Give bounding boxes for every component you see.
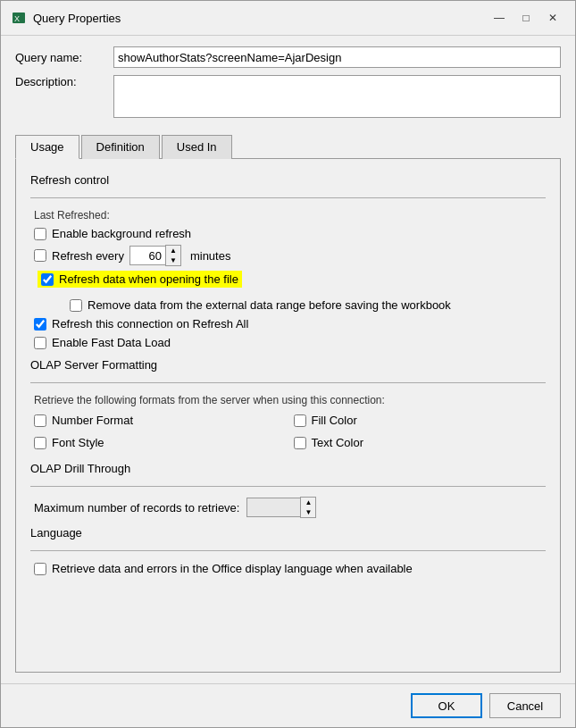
refresh-on-open-label[interactable]: Refresh data when opening the file	[59, 272, 238, 286]
refresh-every-spinbox: ▲ ▼	[129, 246, 181, 265]
title-bar-buttons: — □ ✕	[488, 8, 564, 28]
retrieve-language-row: Retrieve data and errors in the Office d…	[34, 562, 546, 575]
olap-drill-title: OLAP Drill Through	[30, 462, 546, 475]
window-title: Query Properties	[33, 12, 121, 25]
refresh-on-open-checkbox[interactable]	[41, 273, 54, 286]
tab-used-in-label: Used In	[177, 140, 217, 154]
tab-used-in[interactable]: Used In	[162, 135, 232, 159]
olap-server-title: OLAP Server Formatting	[30, 358, 546, 372]
max-records-input[interactable]	[246, 498, 300, 517]
tab-bar: Usage Definition Used In	[15, 134, 561, 159]
separator-refresh	[30, 197, 546, 198]
refresh-every-input[interactable]	[129, 246, 165, 265]
olap-drill-section: OLAP Drill Through Maximum number of rec…	[30, 462, 546, 517]
fill-color-label[interactable]: Fill Color	[312, 414, 357, 427]
remove-data-label[interactable]: Remove data from the external data range…	[88, 298, 451, 312]
enable-fast-data-load-checkbox[interactable]	[34, 337, 46, 349]
olap-checkbox-grid: Number Format Fill Color Font Style Text…	[34, 414, 546, 455]
enable-bg-refresh-label[interactable]: Enable background refresh	[52, 227, 191, 240]
dialog-body: Query name: Description: Usage Definitio…	[1, 36, 575, 683]
remove-data-checkbox[interactable]	[70, 299, 82, 312]
enable-fast-data-load-row: Enable Fast Data Load	[34, 336, 546, 349]
query-name-input[interactable]	[113, 46, 561, 68]
refresh-on-refresh-all-checkbox[interactable]	[34, 318, 46, 331]
retrieve-text: Retrieve the following formats from the …	[34, 394, 546, 406]
language-title: Language	[30, 526, 546, 540]
enable-fast-data-load-label[interactable]: Enable Fast Data Load	[52, 336, 171, 349]
enable-bg-refresh-row: Enable background refresh	[34, 227, 546, 240]
title-bar: X Query Properties — □ ✕	[1, 1, 575, 36]
tab-definition-label: Definition	[96, 140, 145, 154]
separator-olap	[30, 382, 546, 383]
maximize-button[interactable]: □	[514, 8, 538, 28]
max-records-up-button[interactable]: ▲	[301, 498, 315, 507]
fill-color-checkbox[interactable]	[294, 414, 306, 427]
cancel-button[interactable]: Cancel	[489, 693, 561, 718]
description-input[interactable]	[113, 75, 561, 118]
query-name-label: Query name:	[15, 51, 113, 64]
title-bar-left: X Query Properties	[12, 11, 121, 25]
separator-language	[30, 550, 546, 551]
enable-bg-refresh-checkbox[interactable]	[34, 228, 46, 240]
tab-definition[interactable]: Definition	[81, 135, 160, 159]
refresh-control-title: Refresh control	[30, 173, 546, 187]
minimize-button[interactable]: —	[488, 8, 511, 28]
tab-usage[interactable]: Usage	[15, 135, 79, 159]
separator-drill	[30, 486, 546, 487]
refresh-every-checkbox[interactable]	[34, 249, 46, 262]
language-section: Language Retrieve data and errors in the…	[30, 526, 546, 575]
retrieve-language-label[interactable]: Retrieve data and errors in the Office d…	[52, 562, 413, 575]
dialog-footer: OK Cancel	[1, 683, 575, 727]
number-format-row: Number Format	[34, 414, 287, 427]
svg-text:X: X	[14, 14, 20, 23]
last-refreshed-label: Last Refreshed:	[34, 209, 546, 222]
max-records-spinbox: ▲ ▼	[246, 498, 316, 517]
olap-server-section: OLAP Server Formatting Retrieve the foll…	[30, 358, 546, 455]
close-button[interactable]: ✕	[541, 8, 564, 28]
max-records-row: Maximum number of records to retrieve: ▲…	[34, 498, 546, 517]
text-color-row: Text Color	[294, 436, 547, 449]
font-style-row: Font Style	[34, 436, 287, 449]
query-properties-dialog: X Query Properties — □ ✕ Query name: Des…	[0, 0, 576, 728]
text-color-checkbox[interactable]	[294, 437, 306, 449]
refresh-on-refresh-all-row: Refresh this connection on Refresh All	[34, 317, 546, 331]
refresh-every-row: Refresh every ▲ ▼ minutes	[34, 246, 546, 265]
spinbox-down-button[interactable]: ▼	[166, 255, 180, 265]
refresh-on-open-highlight: Refresh data when opening the file	[38, 271, 242, 288]
spinbox-buttons: ▲ ▼	[165, 245, 181, 266]
description-label: Description:	[15, 75, 113, 88]
font-style-checkbox[interactable]	[34, 437, 46, 449]
minutes-label: minutes	[190, 249, 231, 263]
refresh-on-refresh-all-label[interactable]: Refresh this connection on Refresh All	[52, 317, 248, 331]
tab-content-usage: Refresh control Last Refreshed: Enable b…	[15, 159, 561, 673]
refresh-on-open-row: Refresh data when opening the file	[34, 271, 546, 293]
max-records-spinbox-buttons: ▲ ▼	[300, 497, 316, 518]
max-records-label: Maximum number of records to retrieve:	[34, 501, 239, 515]
fill-color-row: Fill Color	[294, 414, 547, 427]
remove-data-row: Remove data from the external data range…	[70, 298, 546, 312]
max-records-down-button[interactable]: ▼	[301, 507, 315, 517]
number-format-checkbox[interactable]	[34, 414, 46, 427]
description-row: Description:	[15, 75, 561, 118]
spinbox-up-button[interactable]: ▲	[166, 246, 180, 255]
query-name-row: Query name:	[15, 46, 561, 68]
text-color-label[interactable]: Text Color	[312, 436, 364, 449]
refresh-every-label[interactable]: Refresh every	[52, 249, 124, 263]
font-style-label[interactable]: Font Style	[52, 436, 104, 449]
dialog-icon: X	[12, 11, 26, 25]
ok-button[interactable]: OK	[411, 693, 482, 718]
retrieve-language-checkbox[interactable]	[34, 563, 46, 575]
number-format-label[interactable]: Number Format	[52, 414, 133, 427]
